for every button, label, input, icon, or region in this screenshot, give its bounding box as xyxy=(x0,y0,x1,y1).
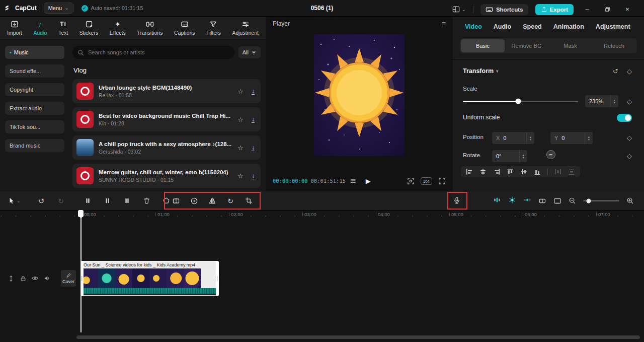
stepper[interactable]: ▴ ▾ xyxy=(526,132,534,144)
keyframe-diamond-icon[interactable]: ◇ xyxy=(627,152,632,160)
stepper-down-icon[interactable]: ▾ xyxy=(614,101,615,104)
sidebar-item-brand-music[interactable]: Brand music xyxy=(5,139,64,152)
lock-icon[interactable] xyxy=(19,275,27,282)
tab-audio[interactable]: ♪ Audio xyxy=(33,20,47,36)
search-box[interactable] xyxy=(72,46,234,59)
player-menu-icon[interactable]: ≡ xyxy=(442,20,446,28)
download-icon[interactable]: ↓ xyxy=(252,88,255,95)
song-row[interactable]: Merrow guitar, chill out, winter, emo b(… xyxy=(72,164,261,188)
export-button[interactable]: Export xyxy=(535,4,574,15)
preview-axis-button[interactable] xyxy=(493,196,501,206)
search-input[interactable] xyxy=(87,49,229,56)
align-center-vertical-icon[interactable] xyxy=(520,168,527,175)
tab-import[interactable]: Import xyxy=(7,20,22,36)
song-row[interactable]: Best for video background music Chill Tr… xyxy=(72,107,261,131)
transform-section-header[interactable]: Transform ▾ xyxy=(463,67,498,75)
stepper-down-icon[interactable]: ▾ xyxy=(588,138,590,141)
shortcuts-button[interactable]: Shortcuts xyxy=(480,4,528,15)
zoom-slider-thumb[interactable] xyxy=(586,198,591,203)
tab-audio-props[interactable]: Audio xyxy=(494,23,511,30)
aspect-ratio-button[interactable]: 3:4 xyxy=(421,177,432,185)
delete-button[interactable] xyxy=(141,195,152,207)
fullscreen-icon[interactable] xyxy=(438,177,446,185)
song-row[interactable]: Urban lounge style BGM(1148490) Re-lax ·… xyxy=(72,79,261,103)
preview-quality-button[interactable] xyxy=(553,197,561,205)
download-icon[interactable]: ↓ xyxy=(252,173,255,179)
speed-button[interactable] xyxy=(185,195,203,207)
sidebar-item-music[interactable]: • Music xyxy=(5,46,64,59)
close-button[interactable]: ✕ xyxy=(621,4,634,16)
sidebar-item-tiktok-sounds[interactable]: TikTok sou... xyxy=(5,120,64,133)
undo-button[interactable]: ↺ xyxy=(36,195,47,207)
tab-effects[interactable]: ✦ Effects xyxy=(110,20,126,36)
split-left-button[interactable] xyxy=(82,195,93,207)
auto-beat-button[interactable] xyxy=(508,196,516,206)
keyframe-diamond-icon[interactable]: ◇ xyxy=(627,67,632,75)
position-y-field[interactable]: Y 0 ▴ ▾ xyxy=(550,132,593,144)
uniform-scale-toggle[interactable] xyxy=(617,114,632,122)
eye-icon[interactable] xyxy=(31,275,39,282)
download-icon[interactable]: ↓ xyxy=(252,116,255,123)
speaker-icon[interactable] xyxy=(43,275,51,282)
tab-video[interactable]: Video xyxy=(465,23,482,30)
playhead[interactable] xyxy=(80,210,82,332)
subtab-basic[interactable]: Basic xyxy=(461,39,505,52)
stepper[interactable]: ▴ ▾ xyxy=(585,132,593,144)
align-center-horizontal-icon[interactable] xyxy=(479,168,487,175)
mixer-button[interactable] xyxy=(538,197,546,205)
video-clip[interactable]: Our Sun _ Science videos for kids _ Kids… xyxy=(80,261,218,296)
rotate-dial[interactable] xyxy=(546,150,555,159)
minimize-button[interactable]: ─ xyxy=(581,4,594,16)
tab-adjustment[interactable]: Adjustment xyxy=(232,20,259,36)
split-button[interactable] xyxy=(102,195,113,207)
favorite-star-icon[interactable]: ☆ xyxy=(237,116,244,123)
sidebar-item-extract-audio[interactable]: Extract audio xyxy=(5,102,64,115)
align-left-icon[interactable] xyxy=(466,168,473,175)
subtab-mask[interactable]: Mask xyxy=(548,39,592,52)
song-row[interactable]: A chill pop truck with a sexy atmosphere… xyxy=(72,135,261,160)
filter-all-button[interactable]: All xyxy=(238,46,261,58)
timeline-ruler[interactable]: 00:00 01:00 02:00 03:00 04:00 05:00 06:0… xyxy=(0,210,644,219)
align-right-icon[interactable] xyxy=(493,168,500,175)
reset-icon[interactable]: ↺ xyxy=(613,67,618,75)
sidebar-item-sound-effects[interactable]: Sound effe... xyxy=(5,64,64,78)
align-top-icon[interactable] xyxy=(507,168,514,175)
scale-value-field[interactable]: 235% ▴ ▾ xyxy=(585,95,618,107)
favorite-star-icon[interactable]: ☆ xyxy=(237,144,244,152)
horizontal-scrollbar[interactable] xyxy=(76,335,640,339)
cover-button[interactable]: Cover xyxy=(61,270,76,287)
select-tool-button[interactable]: ⌄ xyxy=(8,197,27,204)
sidebar-item-copyright[interactable]: Copyright xyxy=(5,83,64,96)
subtab-remove-bg[interactable]: Remove BG xyxy=(505,39,548,52)
keyframe-track-button[interactable] xyxy=(523,196,531,206)
zoom-out-icon[interactable] xyxy=(569,197,576,204)
menu-button[interactable]: Menu ⌄ xyxy=(44,3,73,14)
crop-button[interactable] xyxy=(239,195,258,207)
subtab-retouch[interactable]: Retouch xyxy=(592,39,636,52)
flip-button[interactable] xyxy=(203,195,221,207)
mirror-button[interactable] xyxy=(167,195,185,207)
tab-filters[interactable]: Filters xyxy=(206,20,221,36)
play-button[interactable]: ▶ xyxy=(366,177,371,185)
keyframe-diamond-icon[interactable]: ◇ xyxy=(627,98,632,105)
keyframe-diamond-icon[interactable]: ◇ xyxy=(627,134,632,142)
frame-preview-icon[interactable] xyxy=(407,177,415,185)
tab-text[interactable]: TI Text xyxy=(58,20,68,36)
tab-animation[interactable]: Animation xyxy=(553,23,584,30)
stepper[interactable]: ▴ ▾ xyxy=(610,95,618,107)
tab-stickers[interactable]: Stickers xyxy=(79,20,98,36)
split-right-button[interactable] xyxy=(121,195,132,207)
track-height-icon[interactable] xyxy=(7,275,15,282)
record-voiceover-button[interactable] xyxy=(450,194,464,207)
zoom-in-icon[interactable] xyxy=(626,197,634,204)
download-icon[interactable]: ↓ xyxy=(252,145,255,151)
distribute-horizontal-icon[interactable] xyxy=(554,168,561,175)
position-x-field[interactable]: X 0 ▴ ▾ xyxy=(492,132,534,144)
tab-captions[interactable]: Captions xyxy=(174,20,195,36)
slider-thumb[interactable] xyxy=(515,99,521,104)
align-bottom-icon[interactable] xyxy=(534,168,541,175)
tab-speed[interactable]: Speed xyxy=(523,23,542,30)
stepper[interactable]: ▴ ▾ xyxy=(519,150,527,162)
favorite-star-icon[interactable]: ☆ xyxy=(237,88,244,95)
tab-adjustment-props[interactable]: Adjustment xyxy=(596,23,630,30)
